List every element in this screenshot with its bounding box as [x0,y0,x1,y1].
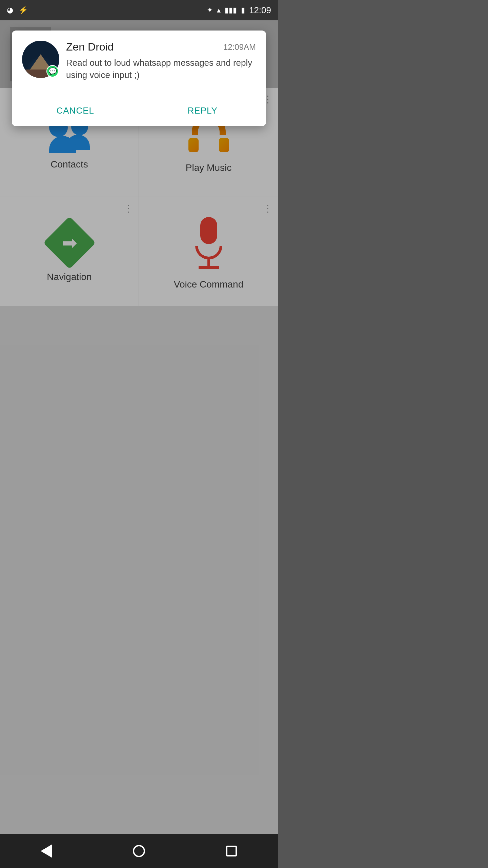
back-icon [41,844,52,858]
bluetooth-icon: ✦ [207,6,213,15]
back-button[interactable] [33,837,60,865]
dialog-overlay: 💬 Zen Droid 12:09AM Read out to loud wha… [0,20,278,834]
avatar-container: 💬 [22,41,59,78]
dialog-contact-name: Zen Droid [66,41,114,53]
reply-button[interactable]: REPLY [139,95,266,126]
dialog-timestamp: 12:09AM [223,42,256,52]
recents-icon [226,846,237,856]
signal-icon: ▮▮▮ [225,6,237,15]
notification-dialog: 💬 Zen Droid 12:09AM Read out to loud wha… [12,31,266,126]
dialog-title-area: Zen Droid 12:09AM Read out to loud whats… [66,41,256,81]
lightning-icon: ⚡ [19,6,28,15]
steering-wheel-icon: ◕ [7,6,13,15]
battery-icon: ▮ [241,6,245,15]
main-content: 🎧 ⏮ ▶ ⏭ ⋮ [0,20,278,834]
cancel-button[interactable]: CANCEL [12,95,139,126]
dialog-title-row: Zen Droid 12:09AM [66,41,256,53]
dialog-header: 💬 Zen Droid 12:09AM Read out to loud wha… [12,31,266,88]
whatsapp-badge: 💬 [46,65,59,77]
status-time: 12:09 [249,5,271,16]
navigation-bar [0,834,278,868]
wifi-icon: ▴ [217,6,221,15]
dialog-actions: CANCEL REPLY [12,95,266,126]
home-icon [133,845,145,857]
dialog-message: Read out to loud whatsapp messages and r… [66,57,256,81]
whatsapp-icon: 💬 [48,67,57,75]
home-button[interactable] [125,837,152,865]
recents-button[interactable] [218,837,245,865]
status-bar: ◕ ⚡ ✦ ▴ ▮▮▮ ▮ 12:09 [0,0,278,20]
